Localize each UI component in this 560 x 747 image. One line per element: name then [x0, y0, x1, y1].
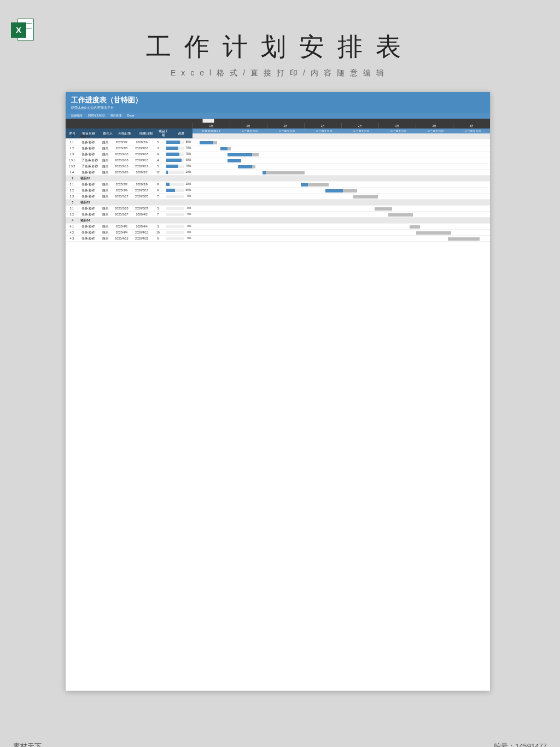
task-table: 1项目011.1任务名称姓名2020/2/22020/2/6580%1.2任务名…: [66, 133, 490, 242]
gantt-day-row: 序号项目名称责任人开始日期结束日期项目工期进度 27 28 29 30 31 1…: [66, 129, 490, 133]
gantt-scroll-strip[interactable]: [66, 119, 490, 123]
col-header: 责任人: [101, 129, 114, 138]
task-row: 2.3任务名称姓名2020/3/172020/3/2370%: [66, 194, 490, 200]
group-row: 2项目02: [66, 176, 490, 182]
task-row: 4.1任务名称姓名2020/4/22020/4/430%: [66, 224, 490, 230]
meta-time-label: 起始时间:: [71, 114, 83, 117]
month-cell: 1月: [192, 123, 230, 129]
sheet-title: 工作进度表（甘特图）: [71, 95, 485, 105]
month-cell: 2月: [230, 123, 267, 129]
gantt-month-row: 1月2月2月2月2月3月3月3月: [66, 123, 490, 129]
month-cell: 2月: [341, 123, 378, 129]
week-tick: 27 28 29 30 31 1 2: [192, 129, 230, 133]
week-tick: 一 二 三 四 五 六 日: [230, 129, 267, 133]
week-tick: 一 二 三 四 五 六 日: [341, 129, 378, 133]
group-row: 3项目03: [66, 200, 490, 206]
task-row: 3.2任务名称姓名2020/3/272020/4/270%: [66, 212, 490, 218]
month-cell: 3月: [378, 123, 416, 129]
footer-id-label: 编号：: [494, 742, 515, 747]
week-tick: 一 二 三 四 五 六 日: [378, 129, 416, 133]
task-row: 1.3.1子任务名称姓名2020/2/102020/2/13490%: [66, 157, 490, 164]
meta-time-value: 2020年2月1日: [88, 114, 106, 117]
week-tick: 一 二 三 四 五 六 日: [267, 129, 304, 133]
task-row: 1.3.2子任务名称姓名2020/2/132020/2/17570%: [66, 164, 490, 170]
task-row: 1.2任务名称姓名2020/2/82020/2/10370%: [66, 145, 490, 151]
week-tick: 一 二 三 四 五 六 日: [304, 129, 341, 133]
task-row: 4.2任务名称姓名2020/4/42020/4/13100%: [66, 230, 490, 236]
month-cell: 3月: [453, 123, 490, 129]
footer-source: 素材天下: [13, 742, 42, 747]
footer-id-value: 14591477: [515, 742, 547, 747]
week-tick: 一 二 三 四 五 六 日: [453, 129, 490, 133]
task-row: 4.3任务名称姓名2020/4/132020/4/2190%: [66, 236, 490, 242]
task-row: 2.2任务名称姓名2020/3/92020/3/17950%: [66, 188, 490, 194]
page-subtitle: Excel格式/直接打印/内容随意编辑: [0, 68, 560, 78]
meta-owner-value: Docer: [127, 114, 135, 117]
col-header: 开始日期: [114, 129, 136, 138]
col-header: 结束日期: [136, 129, 157, 138]
week-tick: 一 二 三 四 五 六 日: [416, 129, 453, 133]
month-cell: 3月: [416, 123, 453, 129]
sheet-subtitle: 稻壳儿金山办公内容服务平台: [71, 106, 485, 110]
col-header: 进度: [170, 129, 192, 138]
page-title: 工作计划安排表: [0, 30, 560, 64]
document-page: 工作进度表（甘特图） 稻壳儿金山办公内容服务平台 起始时间: 2020年2月1日…: [66, 92, 490, 691]
task-row: 1.4任务名称姓名2020/2/202020/3/21210%: [66, 170, 490, 176]
sheet-header: 工作进度表（甘特图） 稻壳儿金山办公内容服务平台: [66, 92, 490, 113]
task-row: 2.1任务名称姓名2020/3/22020/3/9820%: [66, 182, 490, 188]
month-cell: 2月: [267, 123, 304, 129]
meta-owner-label: 项目经理:: [110, 114, 122, 117]
group-row: 4项目04: [66, 218, 490, 224]
col-header: 项目工期: [157, 129, 170, 138]
task-row: 3.1任务名称姓名2020/3/232020/3/2750%: [66, 206, 490, 212]
task-row: 1.1任务名称姓名2020/2/22020/2/6580%: [66, 139, 490, 145]
sheet-meta-line: 起始时间: 2020年2月1日 项目经理: Docer: [66, 113, 490, 119]
scroll-handle[interactable]: [202, 119, 214, 123]
task-row: 1.3任务名称姓名2020/2/102020/2/18975%: [66, 151, 490, 157]
month-cell: 2月: [304, 123, 341, 129]
